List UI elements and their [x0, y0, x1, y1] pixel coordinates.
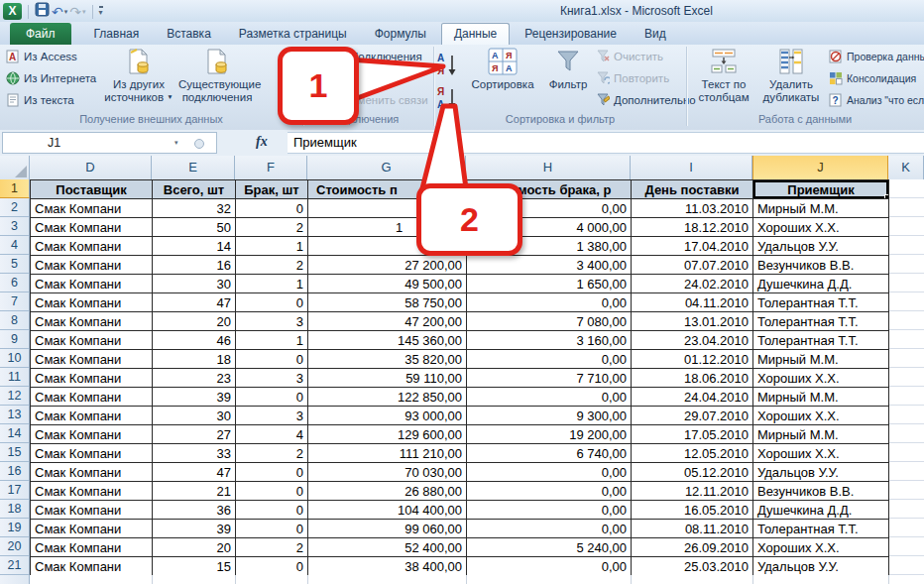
advanced-filter-button[interactable]: Дополнительно [597, 93, 696, 106]
row-header-9[interactable]: 9 [0, 330, 30, 349]
cell-F9[interactable]: 1 [236, 331, 308, 350]
cell-H17[interactable]: 0,00 [467, 482, 632, 501]
cell-G10[interactable]: 35 820,00 [308, 350, 467, 369]
cell-H10[interactable]: 0,00 [467, 350, 632, 369]
cell-H6[interactable]: 1 650,00 [467, 275, 632, 293]
cell-J11[interactable]: Хороших Х.Х. [753, 369, 889, 388]
tab-Формулы[interactable]: Формулы [362, 23, 439, 45]
cell-D8[interactable]: Смак Компани [31, 312, 153, 331]
cell-H7[interactable]: 0,00 [467, 293, 632, 312]
cell-E4[interactable]: 14 [153, 237, 236, 256]
cell-J2[interactable]: Мирный М.М. [753, 199, 889, 218]
cell-D11[interactable]: Смак Компани [31, 369, 153, 388]
cell-G13[interactable]: 93 000,00 [308, 407, 467, 425]
cell-E18[interactable]: 36 [153, 501, 236, 520]
cell-E11[interactable]: 23 [153, 369, 236, 388]
row-header-2[interactable]: 2 [0, 198, 30, 217]
header-cell-E1[interactable]: Всего, шт [153, 180, 236, 199]
cell-J3[interactable]: Хороших Х.Х. [753, 218, 889, 237]
tab-Рецензирование[interactable]: Рецензирование [512, 23, 630, 45]
row-header-11[interactable]: 11 [0, 368, 30, 387]
cell-H21[interactable]: 0,00 [467, 557, 632, 576]
column-header-H[interactable]: H [466, 156, 631, 179]
cell-H8[interactable]: 7 080,00 [467, 312, 632, 331]
cell-I4[interactable]: 17.04.2010 [632, 237, 753, 256]
column-header-D[interactable]: D [30, 156, 152, 179]
cell-I15[interactable]: 12.05.2010 [632, 444, 753, 463]
cell-G5[interactable]: 27 200,00 [308, 256, 467, 275]
filter-button[interactable]: Фильтр [543, 48, 593, 91]
name-box[interactable]: J1 [2, 132, 217, 154]
row-header-13[interactable]: 13 [0, 406, 30, 424]
cell-I17[interactable]: 12.11.2010 [632, 482, 753, 501]
cell-D17[interactable]: Смак Компани [31, 482, 153, 501]
cell-I20[interactable]: 26.09.2010 [632, 538, 753, 557]
cell-F8[interactable]: 3 [236, 312, 308, 331]
cell-E21[interactable]: 15 [153, 557, 236, 576]
cell-G16[interactable]: 70 030,00 [308, 463, 467, 482]
cell-F17[interactable]: 0 [236, 482, 308, 501]
cell-H16[interactable]: 0,00 [467, 463, 632, 482]
partial-row-22[interactable] [0, 575, 924, 584]
cell-D15[interactable]: Смак Компани [31, 444, 153, 463]
cell-E13[interactable]: 30 [153, 407, 236, 425]
from-access-button[interactable]: A Из Access [6, 50, 77, 63]
cell-G8[interactable]: 47 200,00 [308, 312, 467, 331]
cell-D20[interactable]: Смак Компани [31, 538, 153, 557]
cell-F10[interactable]: 0 [236, 350, 308, 369]
tab-file[interactable]: Файл [10, 23, 71, 45]
cell-E8[interactable]: 20 [153, 312, 236, 331]
tab-Данные[interactable]: Данные [441, 23, 510, 45]
undo-icon[interactable]: ↶ [52, 4, 63, 20]
cell-G18[interactable]: 104 400,00 [308, 501, 467, 520]
insert-function-button[interactable]: fx [256, 134, 268, 150]
cell-J12[interactable]: Мирный М.М. [753, 388, 889, 407]
from-web-button[interactable]: Из Интернета [6, 71, 96, 85]
cell-G7[interactable]: 58 750,00 [308, 293, 467, 312]
row-header-7[interactable]: 7 [0, 292, 30, 311]
cell-F16[interactable]: 0 [236, 463, 308, 482]
cell-I6[interactable]: 24.02.2010 [632, 275, 753, 293]
tab-Главная[interactable]: Главная [81, 23, 153, 45]
cell-E7[interactable]: 47 [153, 293, 236, 312]
cell-H11[interactable]: 7 710,00 [467, 369, 632, 388]
cell-H14[interactable]: 19 200,00 [467, 425, 632, 444]
row-header-19[interactable]: 19 [0, 519, 30, 537]
cell-F5[interactable]: 2 [236, 256, 308, 275]
cell-G15[interactable]: 111 210,00 [308, 444, 467, 463]
cell-J16[interactable]: Удальцов У.У. [753, 463, 889, 482]
cell-E19[interactable]: 39 [153, 520, 236, 538]
column-header-K[interactable]: K [888, 156, 924, 179]
cell-J20[interactable]: Хороших Х.Х. [753, 538, 889, 557]
row-header-5[interactable]: 5 [0, 255, 30, 274]
cell-F6[interactable]: 1 [236, 275, 308, 293]
cell-E15[interactable]: 33 [153, 444, 236, 463]
sort-dialog-button[interactable]: АЯЯА Сортировка [464, 48, 541, 91]
cell-J13[interactable]: Хороших Х.Х. [753, 407, 889, 425]
row-header-3[interactable]: 3 [0, 217, 30, 236]
cell-H18[interactable]: 0,00 [467, 501, 632, 520]
row-header-18[interactable]: 18 [0, 500, 30, 519]
cell-G21[interactable]: 38 400,00 [308, 557, 467, 576]
cell-H19[interactable]: 0,00 [467, 520, 632, 538]
cell-G19[interactable]: 99 060,00 [308, 520, 467, 538]
cell-G6[interactable]: 49 500,00 [308, 275, 467, 293]
cell-J8[interactable]: Толерантная Т.Т. [753, 312, 889, 331]
tab-Вид[interactable]: Вид [632, 23, 679, 45]
column-header-I[interactable]: I [631, 156, 752, 179]
cell-J6[interactable]: Душечкина Д.Д. [753, 275, 889, 293]
cell-H12[interactable]: 0,00 [467, 388, 632, 407]
cell-J17[interactable]: Везунчиков В.В. [753, 482, 889, 501]
cell-J14[interactable]: Мирный М.М. [753, 425, 889, 444]
fill-handle[interactable] [884, 194, 889, 199]
column-header-G[interactable]: G [307, 156, 466, 179]
remove-duplicates-button[interactable]: Удалить дубликаты [759, 48, 823, 103]
cell-D21[interactable]: Смак Компани [31, 557, 153, 576]
cell-I14[interactable]: 17.05.2010 [632, 425, 753, 444]
cell-E14[interactable]: 27 [153, 425, 236, 444]
cell-I2[interactable]: 11.03.2010 [632, 199, 753, 218]
cell-F14[interactable]: 4 [236, 425, 308, 444]
cell-D18[interactable]: Смак Компани [31, 501, 153, 520]
undo-dropdown-icon[interactable]: ▾ [64, 8, 68, 16]
cell-I8[interactable]: 13.01.2010 [632, 312, 753, 331]
